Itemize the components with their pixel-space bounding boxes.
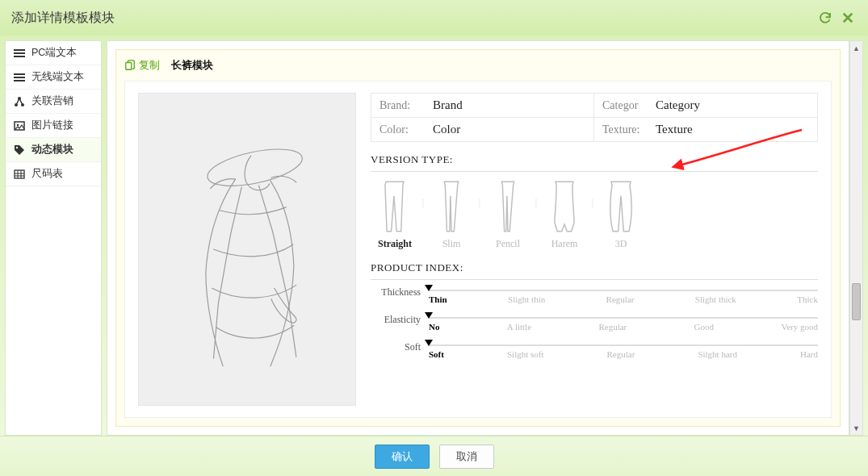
share-icon (14, 96, 25, 107)
version-row: Straight|Slim|Pencil|Harem|3D (371, 180, 818, 250)
index-slider[interactable]: NoA littleRegularGoodVery good (429, 314, 818, 332)
index-option: Good (694, 322, 714, 332)
index-option: Silght soft (507, 349, 544, 359)
sidebar-item-dynamic-module[interactable]: 动态模块 (6, 138, 101, 162)
index-option: Slight thick (695, 294, 736, 304)
slider-marker-icon[interactable] (425, 312, 433, 319)
slider-marker-icon[interactable] (425, 285, 433, 291)
module-title: 长裤模块 (171, 58, 213, 73)
index-option: Regular (606, 294, 635, 304)
version-type-label: Straight (371, 238, 419, 250)
main-wrap: 复制 长裤模块 (107, 40, 863, 436)
separator: | (476, 180, 484, 208)
svg-rect-2 (14, 56, 25, 57)
svg-point-14 (204, 142, 305, 193)
svg-rect-3 (14, 73, 25, 75)
tag-icon (14, 144, 25, 156)
product-index-title: PRODUCT INDEX: (371, 261, 818, 280)
svg-rect-0 (14, 49, 25, 51)
sidebar-item-label: 关联营销 (31, 94, 73, 108)
refresh-icon[interactable] (816, 9, 834, 27)
version-type-label: Pencil (484, 238, 532, 250)
sidebar-item-label: 尺码表 (31, 167, 63, 181)
slider-marker-icon[interactable] (425, 340, 433, 346)
cancel-button[interactable]: 取消 (439, 445, 494, 469)
preview-right: Brand: Brand Categor Category Color: Col… (371, 93, 818, 406)
index-slider[interactable]: ThinSlight thinRegularSlight thickThick (429, 286, 818, 304)
attr-color: Color: Color (371, 118, 594, 141)
scroll-down-icon[interactable]: ▼ (850, 421, 862, 435)
sidebar-item-size-table[interactable]: 尺码表 (6, 162, 101, 186)
sidebar-item-image-link[interactable]: 图片链接 (6, 114, 101, 138)
version-type-label: 3D (597, 238, 645, 250)
index-row-elasticity: ElasticityNoA littleRegularGoodVery good (371, 314, 818, 332)
attr-brand: Brand: Brand (371, 94, 594, 118)
index-key: Elasticity (371, 314, 421, 326)
index-option: Thick (797, 294, 818, 304)
dialog-footer: 确认 取消 (0, 436, 868, 476)
index-option: Regular (607, 349, 635, 359)
index-key: Soft (371, 341, 421, 353)
dialog-title: 添加详情模板模块 (11, 10, 811, 27)
index-option: Slight thin (508, 294, 545, 304)
index-row-soft: SoftSoftSilght softRegularSilght hardHar… (371, 341, 818, 359)
index-option: Very good (781, 322, 818, 332)
sidebar-item-mobile-text[interactable]: 无线端文本 (6, 65, 101, 90)
attr-key: Texture: (602, 123, 648, 136)
pants-icon (377, 180, 413, 233)
product-index-section: PRODUCT INDEX: ThicknessThinSlight thinR… (371, 261, 818, 359)
index-option: Thin (429, 294, 447, 304)
separator: | (419, 180, 427, 208)
sidebar: PC端文本 无线端文本 关联营销 图片链接 动态模块 尺码表 (5, 40, 102, 436)
pants-icon (547, 180, 582, 233)
svg-rect-4 (14, 77, 25, 78)
version-type-harem[interactable]: Harem (540, 180, 589, 250)
version-type-label: Slim (427, 238, 476, 250)
sidebar-item-label: PC端文本 (31, 46, 77, 60)
version-section: VERSION TYPE: Straight|Slim|Pencil|Harem… (371, 153, 818, 250)
vertical-scrollbar[interactable]: ▲ ▼ (849, 40, 863, 436)
svg-rect-1 (14, 52, 25, 54)
version-type-slim[interactable]: Slim (427, 180, 476, 250)
scroll-up-icon[interactable]: ▲ (850, 41, 862, 55)
attr-value: Category (656, 98, 700, 112)
main-panel: 复制 长裤模块 (107, 40, 849, 436)
index-block: ThicknessThinSlight thinRegularSlight th… (371, 286, 818, 359)
sidebar-item-label: 动态模块 (31, 143, 73, 157)
index-option: Soft (429, 349, 444, 359)
index-row-thickness: ThicknessThinSlight thinRegularSlight th… (371, 286, 818, 304)
attr-key: Brand: (379, 99, 425, 112)
pants-icon (490, 180, 526, 233)
scroll-thumb[interactable] (852, 283, 861, 320)
sidebar-item-related-marketing[interactable]: 关联营销 (6, 90, 101, 114)
image-icon (14, 120, 25, 132)
attr-category: Categor Category (594, 94, 817, 118)
svg-point-10 (17, 123, 19, 126)
version-type-pencil[interactable]: Pencil (484, 180, 532, 250)
template-canvas: 复制 长裤模块 (115, 49, 841, 427)
attr-key: Color: (379, 123, 425, 136)
version-title: VERSION TYPE: (371, 153, 818, 172)
sidebar-item-label: 无线端文本 (31, 70, 84, 84)
separator: | (532, 180, 540, 208)
attr-value: Color (433, 123, 460, 136)
dialog-window: 添加详情模板模块 PC端文本 无线端文本 关联营销 图片链 (0, 0, 868, 476)
titlebar: 添加详情模板模块 (0, 0, 868, 35)
attr-value: Brand (433, 98, 463, 112)
sketch-placeholder (138, 93, 356, 406)
index-option: Hard (800, 349, 818, 359)
svg-rect-13 (126, 63, 132, 70)
ok-button[interactable]: 确认 (375, 445, 430, 469)
version-type-3d[interactable]: 3D (597, 180, 645, 250)
index-option: No (429, 322, 439, 332)
index-option: A little (507, 322, 531, 332)
sidebar-item-pc-text[interactable]: PC端文本 (6, 41, 101, 65)
copy-button[interactable]: 复制 (124, 58, 160, 73)
copy-label: 复制 (139, 58, 160, 73)
canvas-header: 复制 长裤模块 (124, 55, 832, 76)
index-slider[interactable]: SoftSilght softRegularSilght hardHard (429, 341, 818, 359)
index-option: Regular (598, 322, 627, 332)
close-icon[interactable] (839, 9, 857, 27)
version-type-straight[interactable]: Straight (371, 180, 419, 250)
dialog-body: PC端文本 无线端文本 关联营销 图片链接 动态模块 尺码表 (0, 35, 868, 436)
